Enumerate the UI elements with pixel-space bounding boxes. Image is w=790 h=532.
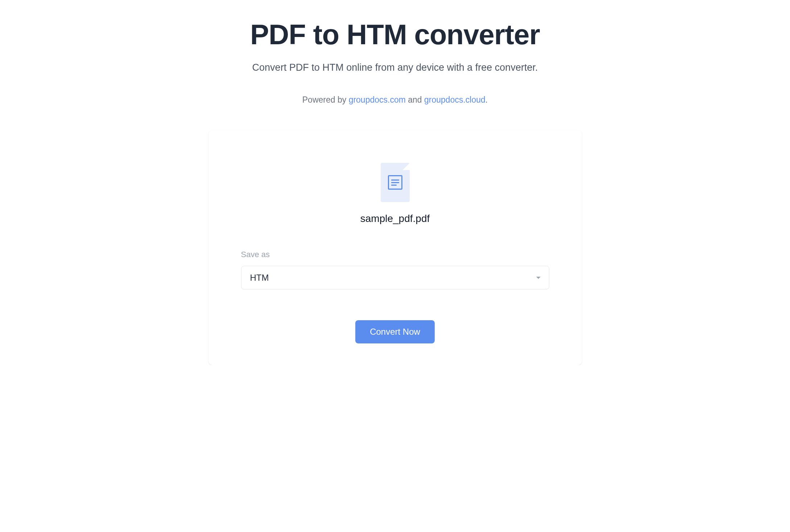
powered-by-suffix: . [485, 95, 488, 104]
file-display: sample_pdf.pdf [241, 163, 549, 224]
groupdocs-com-link[interactable]: groupdocs.com [349, 95, 406, 104]
format-select[interactable]: HTM [241, 266, 549, 289]
powered-by-prefix: Powered by [302, 95, 349, 104]
file-name: sample_pdf.pdf [360, 213, 430, 224]
converter-card: sample_pdf.pdf Save as HTM Convert Now [208, 130, 582, 365]
powered-by-text: Powered by groupdocs.com and groupdocs.c… [149, 95, 642, 105]
page-title: PDF to HTM converter [149, 18, 642, 51]
convert-button[interactable]: Convert Now [355, 320, 435, 343]
save-as-label: Save as [241, 250, 549, 259]
document-icon [381, 163, 410, 202]
powered-by-separator: and [406, 95, 424, 104]
page-subtitle: Convert PDF to HTM online from any devic… [149, 62, 642, 73]
document-icon-inner [388, 175, 402, 190]
groupdocs-cloud-link[interactable]: groupdocs.cloud [424, 95, 485, 104]
format-select-wrapper: HTM [241, 266, 549, 289]
